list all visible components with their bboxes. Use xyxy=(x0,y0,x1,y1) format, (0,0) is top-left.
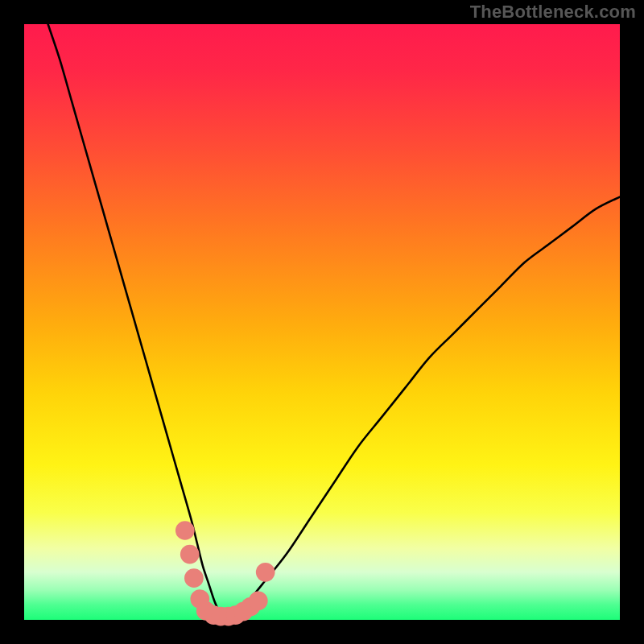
curve-marker xyxy=(184,568,204,588)
plot-area xyxy=(24,24,620,620)
curve-marker xyxy=(180,545,200,564)
watermark-text: TheBottleneck.com xyxy=(470,2,636,23)
plot-svg xyxy=(24,24,620,620)
curve-marker xyxy=(256,563,275,582)
curve-marker xyxy=(175,521,195,540)
curve-marker xyxy=(249,591,268,610)
chart-stage: TheBottleneck.com xyxy=(0,0,644,644)
gradient-background xyxy=(24,24,620,620)
